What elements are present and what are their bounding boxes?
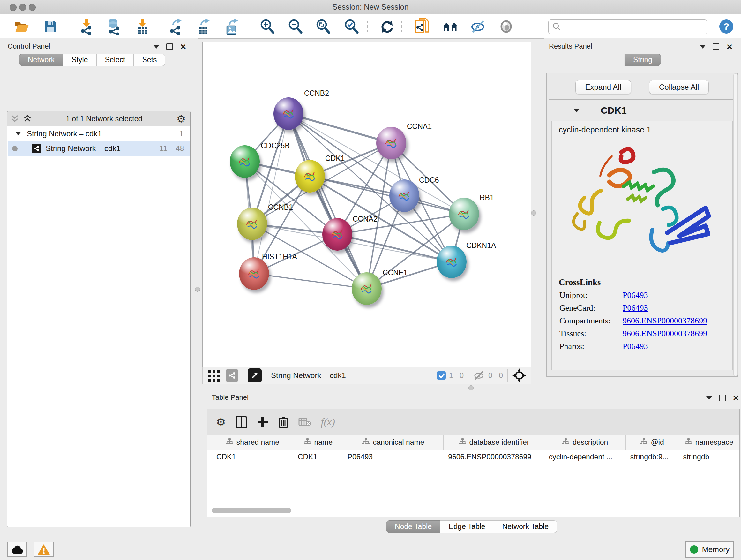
column-header-database-identifier[interactable]: database identifier [444, 435, 544, 449]
expand-all-icon[interactable] [23, 114, 31, 123]
results-scrollbar[interactable] [733, 73, 738, 376]
tab-select[interactable]: Select [97, 54, 134, 66]
warnings-button[interactable] [34, 542, 54, 557]
import-database-icon[interactable] [105, 19, 122, 34]
export-network-icon[interactable] [167, 19, 184, 34]
grid-view-icon[interactable] [208, 369, 220, 382]
column-header-name[interactable]: name [293, 435, 343, 449]
edge-HIST1H1A-CCNE1[interactable] [254, 273, 367, 289]
function-builder-icon[interactable]: f(x) [321, 416, 335, 428]
network-node-CDKN1A[interactable] [436, 246, 467, 278]
network-node-CDK1[interactable] [295, 160, 325, 192]
tab-network-table[interactable]: Network Table [494, 520, 557, 533]
maximize-panel-icon[interactable] [719, 395, 726, 401]
search-input[interactable] [563, 22, 707, 31]
column-header-canonical-name[interactable]: canonical name [343, 435, 444, 449]
home-network-icon[interactable] [442, 19, 459, 34]
crosslink-link[interactable]: 9606.ENSP00000378699 [623, 329, 707, 338]
zoom-selected-icon[interactable] [343, 19, 360, 34]
network-node-CCNA2[interactable] [322, 218, 352, 251]
edge-CDK1-RB1[interactable] [310, 176, 464, 214]
close-panel-icon[interactable]: ✕ [180, 44, 186, 50]
tab-edge-table[interactable]: Edge Table [441, 520, 494, 533]
column-header-@id[interactable]: @id [626, 435, 679, 449]
tab-node-table[interactable]: Node Table [386, 520, 441, 533]
birdseye-view-icon[interactable] [248, 368, 262, 382]
tab-string[interactable]: String [624, 54, 661, 66]
float-panel-icon[interactable] [706, 396, 712, 400]
edge-CCNB2-CCNA1[interactable] [288, 114, 391, 143]
table-row[interactable]: CDK1CDK1P064939606.ENSP00000378699cyclin… [207, 450, 739, 464]
table-cell[interactable]: P06493 [343, 450, 444, 464]
maximize-panel-icon[interactable] [713, 44, 719, 50]
add-column-icon[interactable] [257, 416, 268, 428]
tab-sets[interactable]: Sets [134, 54, 165, 66]
network-canvas[interactable]: CCNB2CCNA1CDC25BCDK1CDC6RB1CCNB1CCNA2CDK… [202, 42, 531, 367]
table-cell[interactable]: CDK1 [293, 450, 343, 464]
network-node-CCNB1[interactable] [237, 207, 267, 240]
table-cell[interactable]: stringdb [678, 450, 739, 464]
close-panel-icon[interactable]: ✕ [726, 44, 733, 50]
table-cell[interactable]: cyclin-dependent ... [544, 450, 626, 464]
network-node-CDC25B[interactable] [230, 145, 260, 178]
export-table-icon[interactable] [195, 19, 212, 34]
collapse-all-button[interactable]: Collapse All [649, 80, 709, 94]
network-collection-row[interactable]: String Network – cdk1 1 [8, 126, 190, 141]
show-columns-icon[interactable] [235, 416, 247, 428]
annotation-clipboard-icon[interactable] [414, 19, 430, 34]
table-cell[interactable]: CDK1 [212, 450, 293, 464]
save-session-icon[interactable] [42, 19, 59, 34]
show-graphics-icon[interactable] [498, 19, 515, 34]
crosslink-link[interactable]: P06493 [623, 341, 648, 351]
expand-all-button[interactable]: Expand All [576, 80, 631, 94]
column-header-description[interactable]: description [544, 435, 626, 449]
network-node-CDC6[interactable] [389, 179, 419, 212]
hide-unhide-icon[interactable] [470, 19, 487, 34]
table-options-gear-icon[interactable]: ⚙ [216, 417, 226, 428]
right-splitter-handle[interactable] [531, 210, 536, 215]
table-cell[interactable]: 9606.ENSP00000378699 [444, 450, 544, 464]
column-header-shared-name[interactable]: shared name [212, 435, 293, 449]
crosslink-link[interactable]: P06493 [623, 291, 648, 300]
fit-content-crosshair-icon[interactable] [512, 368, 526, 382]
float-panel-icon[interactable] [153, 45, 159, 49]
network-node-RB1[interactable] [449, 198, 479, 230]
gene-section-header[interactable]: CDK1 [549, 101, 735, 120]
memory-button[interactable]: Memory [685, 541, 734, 558]
collection-expand-icon[interactable] [16, 132, 20, 135]
delete-table-icon[interactable] [298, 417, 311, 427]
network-node-CCNB2[interactable] [273, 98, 304, 130]
open-session-icon[interactable] [13, 19, 30, 34]
network-view-mode-icon[interactable] [226, 369, 239, 382]
refresh-icon[interactable] [379, 19, 395, 34]
table-hscrollbar[interactable] [212, 508, 291, 513]
crosslink-link[interactable]: P06493 [623, 303, 648, 313]
left-splitter-handle[interactable] [195, 287, 200, 292]
column-header-namespace[interactable]: namespace [678, 435, 739, 449]
import-network-icon[interactable] [78, 19, 95, 34]
zoom-out-icon[interactable] [287, 19, 304, 34]
close-panel-icon[interactable]: ✕ [733, 395, 739, 401]
network-node-HIST1H1A[interactable] [239, 257, 269, 290]
export-image-icon[interactable] [223, 19, 240, 34]
network-options-gear-icon[interactable]: ⚙ [177, 114, 186, 124]
cloud-button[interactable] [7, 542, 27, 557]
tab-network[interactable]: Network [19, 54, 63, 66]
float-panel-icon[interactable] [700, 45, 705, 49]
tab-style[interactable]: Style [63, 54, 96, 66]
import-table-icon[interactable] [134, 19, 151, 34]
gene-collapse-icon[interactable] [574, 109, 580, 112]
help-icon[interactable]: ? [718, 19, 735, 34]
edge-CCNB2-HIST1H1A[interactable] [254, 114, 288, 273]
delete-column-icon[interactable] [278, 416, 289, 428]
edge-CCNB2-CCNE1[interactable] [288, 114, 367, 289]
zoom-in-icon[interactable] [259, 19, 276, 34]
selected-checkbox-icon[interactable] [436, 370, 447, 381]
network-node-CCNA1[interactable] [376, 127, 406, 159]
table-cell[interactable]: stringdb:9... [626, 450, 679, 464]
bottom-splitter-handle[interactable] [468, 385, 474, 390]
maximize-panel-icon[interactable] [166, 44, 173, 50]
zoom-fit-icon[interactable] [315, 19, 332, 34]
network-row[interactable]: String Network – cdk1 11 48 [8, 141, 190, 156]
crosslink-link[interactable]: 9606.ENSP00000378699 [623, 316, 707, 326]
